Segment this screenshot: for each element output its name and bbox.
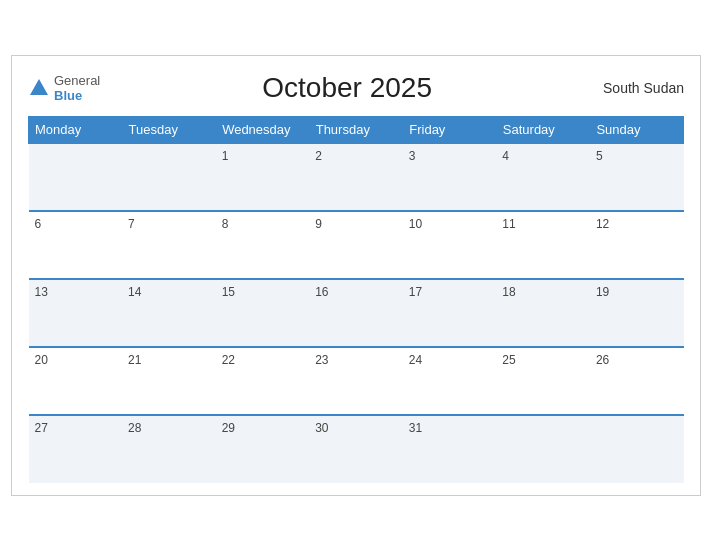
calendar-cell: 14 [122,279,216,347]
calendar-cell: 26 [590,347,684,415]
calendar-cell [496,415,590,483]
day-number: 9 [315,217,322,231]
calendar-cell: 23 [309,347,403,415]
logo-wrapper: General Blue [54,73,100,103]
week-row-1: 12345 [29,143,684,211]
month-title: October 2025 [100,72,594,104]
logo-line1: General [54,73,100,88]
calendar-cell: 7 [122,211,216,279]
day-number: 10 [409,217,422,231]
calendar-cell: 15 [216,279,310,347]
day-number: 14 [128,285,141,299]
weekday-header-row: MondayTuesdayWednesdayThursdayFridaySatu… [29,116,684,143]
calendar-cell: 21 [122,347,216,415]
calendar-cell [29,143,123,211]
calendar-cell: 17 [403,279,497,347]
day-number: 29 [222,421,235,435]
calendar-cell: 5 [590,143,684,211]
day-number: 17 [409,285,422,299]
calendar-cell: 22 [216,347,310,415]
day-number: 25 [502,353,515,367]
day-number: 31 [409,421,422,435]
calendar-cell: 6 [29,211,123,279]
calendar-cell: 29 [216,415,310,483]
weekday-header-tuesday: Tuesday [122,116,216,143]
day-number: 12 [596,217,609,231]
day-number: 3 [409,149,416,163]
day-number: 7 [128,217,135,231]
calendar-cell: 31 [403,415,497,483]
calendar-cell: 9 [309,211,403,279]
calendar-header: General Blue October 2025 South Sudan [28,72,684,104]
day-number: 8 [222,217,229,231]
calendar-cell: 3 [403,143,497,211]
day-number: 1 [222,149,229,163]
day-number: 15 [222,285,235,299]
logo-icon [28,77,50,99]
weekday-header-sunday: Sunday [590,116,684,143]
calendar-cell: 11 [496,211,590,279]
calendar-cell: 25 [496,347,590,415]
day-number: 28 [128,421,141,435]
day-number: 30 [315,421,328,435]
day-number: 23 [315,353,328,367]
calendar-cell: 4 [496,143,590,211]
day-number: 20 [35,353,48,367]
day-number: 19 [596,285,609,299]
week-row-3: 13141516171819 [29,279,684,347]
calendar-cell [590,415,684,483]
calendar-cell: 27 [29,415,123,483]
day-number: 5 [596,149,603,163]
day-number: 18 [502,285,515,299]
day-number: 22 [222,353,235,367]
logo: General Blue [28,73,100,103]
day-number: 16 [315,285,328,299]
weekday-header-friday: Friday [403,116,497,143]
calendar-container: General Blue October 2025 South Sudan Mo… [11,55,701,496]
calendar-cell [122,143,216,211]
calendar-cell: 28 [122,415,216,483]
weekday-header-wednesday: Wednesday [216,116,310,143]
calendar-cell: 18 [496,279,590,347]
day-number: 21 [128,353,141,367]
calendar-cell: 20 [29,347,123,415]
calendar-cell: 8 [216,211,310,279]
calendar-cell: 10 [403,211,497,279]
calendar-cell: 24 [403,347,497,415]
day-number: 4 [502,149,509,163]
week-row-5: 2728293031 [29,415,684,483]
svg-marker-0 [30,79,48,95]
day-number: 26 [596,353,609,367]
calendar-cell: 13 [29,279,123,347]
day-number: 27 [35,421,48,435]
calendar-grid: MondayTuesdayWednesdayThursdayFridaySatu… [28,116,684,483]
calendar-cell: 16 [309,279,403,347]
day-number: 2 [315,149,322,163]
calendar-cell: 2 [309,143,403,211]
calendar-cell: 1 [216,143,310,211]
day-number: 11 [502,217,515,231]
calendar-cell: 30 [309,415,403,483]
day-number: 6 [35,217,42,231]
calendar-cell: 19 [590,279,684,347]
week-row-4: 20212223242526 [29,347,684,415]
weekday-header-monday: Monday [29,116,123,143]
country-label: South Sudan [594,80,684,96]
day-number: 24 [409,353,422,367]
week-row-2: 6789101112 [29,211,684,279]
weekday-header-saturday: Saturday [496,116,590,143]
calendar-cell: 12 [590,211,684,279]
day-number: 13 [35,285,48,299]
logo-line2: Blue [54,88,82,103]
weekday-header-thursday: Thursday [309,116,403,143]
